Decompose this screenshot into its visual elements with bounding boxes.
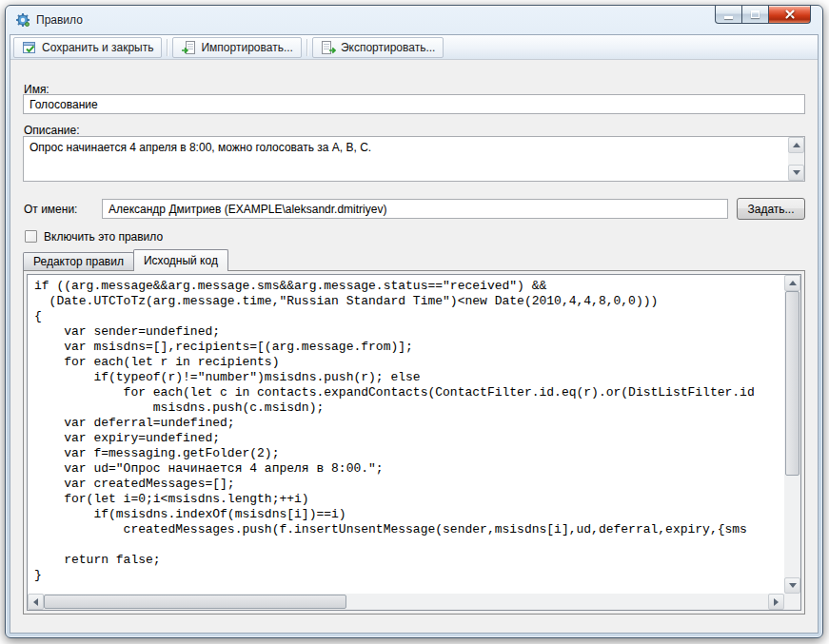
scroll-up-button[interactable] [788, 137, 804, 153]
toolbar-separator [167, 39, 168, 56]
close-button[interactable] [768, 6, 811, 24]
name-input[interactable] [23, 94, 805, 114]
from-label: От имени: [24, 203, 77, 216]
description-text: Опрос начинается 4 апреля в 8:00, можно … [30, 141, 781, 154]
scrollbar-corner [784, 594, 800, 610]
maximize-icon [751, 10, 760, 18]
scroll-down-button[interactable] [788, 165, 804, 181]
save-and-close-icon [22, 40, 37, 55]
from-input[interactable] [102, 199, 728, 219]
scroll-left-button[interactable] [28, 594, 44, 610]
tab-source-code-label: Исходный код [144, 254, 218, 267]
horizontal-scrollbar[interactable] [28, 594, 784, 610]
export-icon [321, 40, 336, 55]
horizontal-scroll-thumb[interactable] [44, 595, 346, 609]
tab-panel: if ((arg.message&&arg.message.sms&&arg.m… [23, 270, 805, 615]
vertical-scroll-thumb[interactable] [785, 291, 799, 476]
scroll-down-icon [793, 170, 800, 175]
scroll-up-icon [793, 143, 800, 147]
window-title: Правило [36, 13, 83, 27]
tab-rule-editor[interactable]: Редактор правил [23, 252, 134, 270]
titlebar[interactable]: Правило [6, 6, 822, 34]
description-field[interactable]: Опрос начинается 4 апреля в 8:00, можно … [23, 136, 805, 182]
save-and-close-button[interactable]: Сохранить и закрыть [13, 37, 162, 58]
export-button[interactable]: Экспортировать... [312, 37, 444, 58]
scroll-right-button[interactable] [768, 594, 784, 610]
scroll-left-icon [33, 598, 38, 606]
enable-rule-label: Включить это правило [44, 230, 163, 244]
import-icon [181, 40, 196, 55]
dialog-window: Правило С [5, 5, 823, 638]
app-icon [15, 12, 30, 28]
minimize-button[interactable] [715, 6, 742, 24]
toolbar-separator [306, 39, 307, 56]
dialog-client-area: Сохранить и закрыть Импортировать... [10, 34, 819, 634]
scroll-up-button[interactable] [784, 275, 800, 291]
tab-rule-editor-label: Редактор правил [33, 255, 124, 268]
scroll-up-icon [789, 281, 797, 285]
source-code-text[interactable]: if ((arg.message&&arg.message.sms&&arg.m… [29, 276, 783, 593]
tab-strip: Редактор правил Исходный код [23, 249, 805, 270]
import-label: Импортировать... [201, 41, 292, 54]
description-scrollbar[interactable] [788, 137, 804, 181]
scroll-down-icon [789, 583, 797, 588]
save-and-close-label: Сохранить и закрыть [42, 41, 153, 54]
enable-rule-checkbox[interactable] [25, 230, 37, 243]
set-button[interactable]: Задать... [737, 198, 805, 220]
vertical-scrollbar[interactable] [784, 275, 800, 594]
close-icon [784, 10, 796, 19]
export-label: Экспортировать... [341, 41, 436, 54]
import-button[interactable]: Импортировать... [172, 37, 301, 58]
source-code-editor[interactable]: if ((arg.message&&arg.message.sms&&arg.m… [27, 274, 801, 611]
set-button-label: Задать... [747, 203, 794, 216]
tab-source-code[interactable]: Исходный код [133, 249, 228, 271]
description-label: Описание: [24, 124, 80, 137]
scroll-down-button[interactable] [784, 577, 800, 594]
window-controls [715, 6, 811, 24]
scroll-right-icon [774, 598, 779, 606]
maximize-button[interactable] [742, 6, 768, 24]
toolbar: Сохранить и закрыть Импортировать... [10, 35, 818, 60]
minimize-icon [724, 16, 733, 19]
